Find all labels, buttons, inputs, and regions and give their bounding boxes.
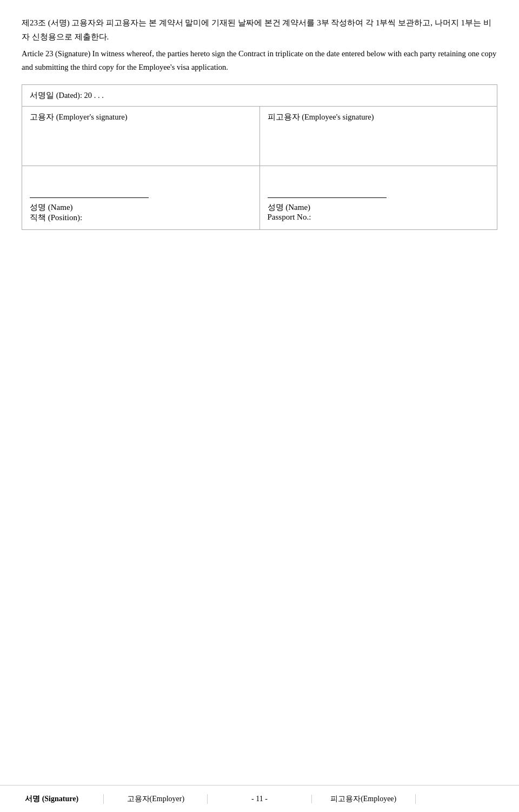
dated-cell: 서명일 (Dated): 20 . . . — [22, 85, 497, 107]
footer-bar: 서명 (Signature) 고용자(Employer) - 11 - 피고용자… — [0, 785, 519, 812]
korean-article-text: 제23조 (서명) 고용자와 피고용자는 본 계약서 말미에 기재된 날짜에 본… — [22, 16, 497, 44]
page-content: 제23조 (서명) 고용자와 피고용자는 본 계약서 말미에 기재된 날짜에 본… — [0, 0, 519, 284]
employer-signature-area — [30, 122, 252, 160]
employer-position-label: 직책 (Position): — [30, 213, 252, 223]
employer-name-label: 성명 (Name) — [30, 202, 252, 213]
employee-sig-header-cell: 피고용자 (Employee's signature) — [260, 107, 497, 166]
employee-name-label: 성명 (Name) — [268, 202, 490, 213]
footer-signature-label: 서명 (Signature) — [0, 794, 104, 804]
employee-name-passport-cell: 성명 (Name) Passport No.: — [260, 166, 497, 230]
employee-passport-label: Passport No.: — [268, 213, 490, 222]
signature-table: 서명일 (Dated): 20 . . . 고용자 (Employer's si… — [22, 84, 497, 230]
employer-name-position-cell: 성명 (Name) 직책 (Position): — [22, 166, 260, 230]
dated-dots: . . . — [94, 91, 104, 100]
footer-employee-label: 피고용자(Employee) — [312, 794, 416, 804]
employer-signature-line — [30, 197, 149, 198]
employer-sig-label: 고용자 (Employer's signature) — [30, 113, 128, 121]
name-position-row: 성명 (Name) 직책 (Position): 성명 (Name) Passp… — [22, 166, 497, 230]
footer-page-number: - 11 - — [208, 795, 311, 803]
employee-signature-area — [268, 122, 490, 160]
footer-employer-label: 고용자(Employer) — [104, 794, 208, 804]
signature-header-row: 고용자 (Employer's signature) 피고용자 (Employe… — [22, 107, 497, 166]
dated-row: 서명일 (Dated): 20 . . . — [22, 85, 497, 107]
employee-sig-label: 피고용자 (Employee's signature) — [268, 113, 374, 121]
english-article-text: Article 23 (Signature) In witness whereo… — [22, 47, 497, 74]
employee-signature-line — [268, 197, 387, 198]
dated-label: 서명일 (Dated): 20 — [30, 91, 92, 100]
employer-sig-header-cell: 고용자 (Employer's signature) — [22, 107, 260, 166]
